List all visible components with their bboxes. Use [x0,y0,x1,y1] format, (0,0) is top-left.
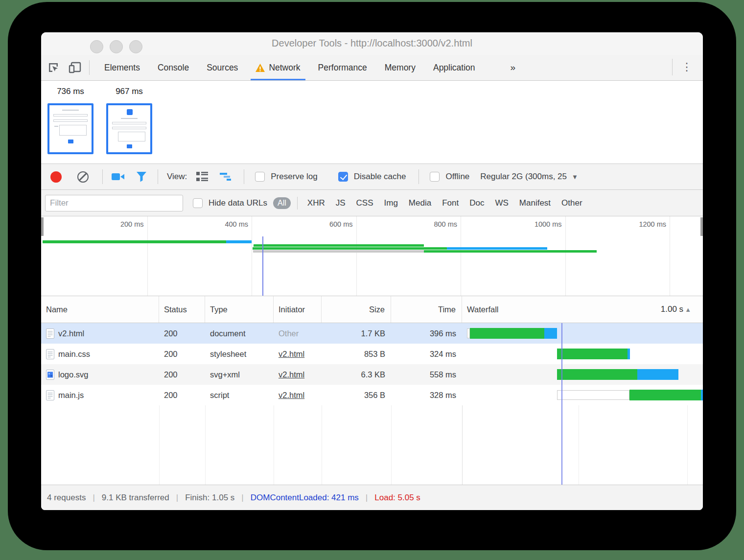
tab-sources[interactable]: Sources [207,55,238,80]
column-header-label: Waterfall [467,305,499,314]
divider [418,169,419,184]
tab-console[interactable]: Console [158,55,189,80]
network-overview-strip[interactable]: 200 ms400 ms600 ms800 ms1000 ms1200 ms [41,216,703,296]
filter-bar: Hide data URLs All XHRJSCSSImgMediaFontD… [41,190,703,216]
waterfall-bar-green [557,349,628,359]
filter-input[interactable] [45,195,183,211]
record-network-log-button[interactable] [50,171,62,183]
overview-left-handle[interactable] [41,217,44,236]
filter-type-doc[interactable]: Doc [469,198,484,208]
tab-network[interactable]: Network [256,55,300,80]
cell-type: document [205,323,274,344]
cell-size: 853 B [322,344,391,364]
cell-type: stylesheet [205,344,274,364]
tab-label: Elements [104,63,140,73]
tab-memory[interactable]: Memory [385,55,416,80]
filmstrip-thumbnail-2[interactable] [106,103,152,154]
divider [672,59,673,75]
divider [89,60,90,75]
request-table-header: NameStatusTypeInitiatorSizeTimeWaterfall… [41,296,703,323]
hide-data-urls-checkbox[interactable] [193,198,203,208]
column-header-size[interactable]: Size [322,296,391,323]
filter-type-all[interactable]: All [273,197,291,209]
view-label: View: [167,172,187,182]
tab-label: Application [433,63,475,73]
waterfall-bar-blue [544,328,557,339]
initiator-link[interactable]: v2.html [279,391,304,400]
tab-label: Sources [207,63,238,73]
initiator-link[interactable]: v2.html [279,350,304,359]
offline-label: Offline [445,172,469,182]
throttling-select[interactable]: Regular 2G (300ms, 25 [480,172,567,182]
column-header-label: Time [438,305,456,314]
column-header-label: Name [46,305,68,314]
cell-time: 396 ms [391,323,462,344]
cell-status: 200 [159,364,205,385]
cell-name: main.js [41,385,159,405]
waterfall-bar-stalled [557,390,629,400]
request-name: main.css [58,350,90,359]
column-header-label: Initiator [279,305,305,314]
cell-size: 6.3 KB [322,364,391,385]
cell-type: script [205,385,274,405]
table-row-main.js[interactable]: main.js200scriptv2.html356 B328 ms [41,385,703,405]
more-options-icon[interactable]: ⋮ [681,61,692,73]
overview-tick-label: 200 ms [100,220,144,228]
title-bar: Developer Tools - http://localhost:3000/… [41,32,703,55]
filter-icon[interactable] [133,168,150,185]
filter-type-img[interactable]: Img [384,198,398,208]
tab-performance[interactable]: Performance [318,55,367,80]
offline-checkbox[interactable] [430,172,440,182]
initiator-link[interactable]: v2.html [279,370,304,379]
waterfall-bar-blue [701,390,703,400]
status-item: 4 requests [41,493,93,503]
overview-tick-label: 1200 ms [622,220,666,228]
column-header-type[interactable]: Type [205,296,274,323]
cell-status: 200 [159,344,205,364]
overview-right-handle[interactable] [700,217,703,236]
filter-type-ws[interactable]: WS [495,198,508,208]
cell-type: svg+xml [205,364,274,385]
table-row-main.css[interactable]: main.css200stylesheetv2.html853 B324 ms [41,344,703,364]
disable-cache-checkbox[interactable] [338,172,348,182]
tab-application[interactable]: Application [433,55,475,80]
toggle-device-toolbar-icon[interactable] [67,59,83,76]
overview-gridline [356,216,357,296]
more-tabs-chevron[interactable]: » [511,62,516,73]
overview-tick-label: 400 ms [204,220,248,228]
preserve-log-label: Preserve log [271,172,317,182]
use-large-request-rows-icon[interactable] [194,168,210,185]
tab-label: Network [269,63,300,73]
filter-type-other[interactable]: Other [561,198,582,208]
capture-screenshots-icon[interactable] [110,168,126,185]
column-header-status[interactable]: Status [159,296,205,323]
request-table-body: v2.html200documentOther1.7 KB396 msmain.… [41,323,703,485]
filter-type-media[interactable]: Media [409,198,431,208]
column-header-waterfall[interactable]: Waterfall1.00 s▲ [462,296,703,323]
filter-type-css[interactable]: CSS [356,198,373,208]
table-row-v2.html[interactable]: v2.html200documentOther1.7 KB396 ms [41,323,703,344]
tab-label: Console [158,63,189,73]
clear-network-log-button[interactable] [77,171,89,183]
devtools-tab-bar: ElementsConsoleSourcesNetworkPerformance… [41,55,703,81]
column-header-time[interactable]: Time [391,296,462,323]
filmstrip-thumbnail-1[interactable] [47,103,93,154]
table-row-logo.svg[interactable]: logo.svg200svg+xmlv2.html6.3 KB558 ms [41,364,703,385]
preserve-log-checkbox[interactable] [255,172,265,182]
tab-elements[interactable]: Elements [104,55,140,80]
devtools-window: Developer Tools - http://localhost:3000/… [41,32,703,510]
filter-type-xhr[interactable]: XHR [307,198,325,208]
cell-name: logo.svg [41,364,159,385]
overview-tick-label: 600 ms [309,220,353,228]
inspect-element-icon[interactable] [45,59,62,76]
filter-type-manifest[interactable]: Manifest [519,198,551,208]
column-header-name[interactable]: Name [41,296,159,323]
column-header-initiator[interactable]: Initiator [274,296,322,323]
waterfall-bar-green [470,328,544,339]
filmstrip-panel: 736 ms 967 ms [41,81,703,164]
overview-gridline [565,216,566,296]
filter-type-font[interactable]: Font [442,198,459,208]
cell-size: 1.7 KB [322,323,391,344]
filter-type-js[interactable]: JS [336,198,346,208]
show-overview-icon[interactable] [218,168,235,185]
